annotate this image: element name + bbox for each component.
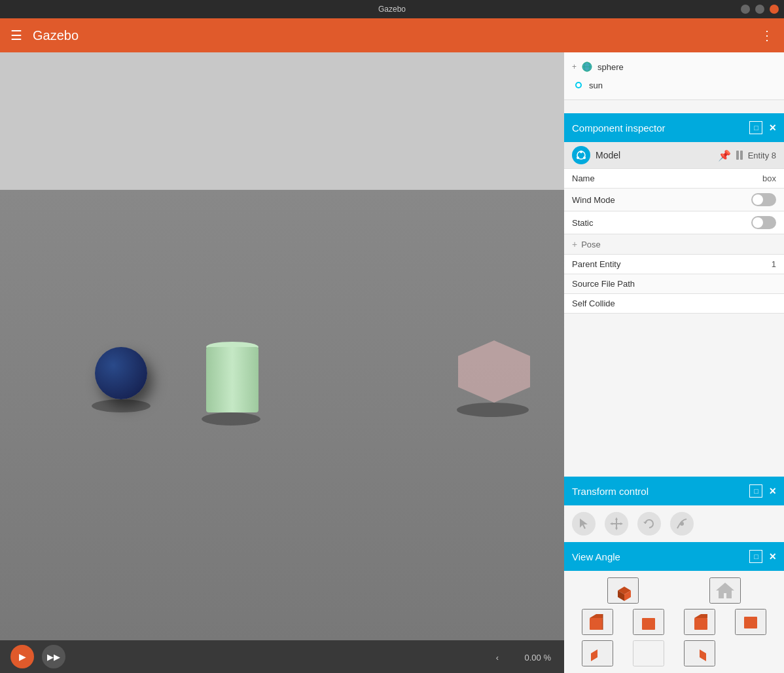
play-button[interactable]: ▶ [10, 645, 34, 668]
wind-mode-toggle[interactable] [751, 193, 776, 206]
view-angle: View Angle □ × [564, 542, 784, 673]
svg-marker-12 [615, 517, 618, 520]
static-toggle-knob [753, 217, 763, 228]
transform-control: Transform control □ × [564, 477, 784, 542]
svg-marker-21 [716, 583, 734, 598]
view-angle-left-button[interactable] [582, 609, 613, 635]
svg-rect-25 [642, 618, 655, 630]
self-collide-row: Self Collide [564, 294, 784, 314]
sun-tree-label: sun [589, 81, 603, 90]
app-header: ☰ Gazebo ⋮ [0, 18, 784, 52]
svg-point-6 [580, 151, 582, 153]
pose-row[interactable]: + Pose [564, 234, 784, 255]
minimize-button[interactable] [741, 5, 750, 14]
view-angle-close-button[interactable]: × [769, 550, 776, 564]
view-angle-center-button[interactable] [633, 640, 664, 666]
svg-point-7 [577, 156, 579, 159]
transform-control-header: Transform control □ × [564, 477, 784, 505]
more-options-button[interactable]: ⋮ [760, 27, 774, 43]
view-angle-top-button[interactable] [735, 609, 766, 635]
transform-control-controls: □ × [749, 484, 776, 498]
svg-rect-26 [694, 618, 707, 630]
view-angle-row-1 [572, 577, 776, 604]
cylinder-object[interactable] [206, 347, 258, 412]
bottom-bar: ▶ ▶▶ ‹ 0.00 % [0, 640, 564, 673]
zoom-percent: 0.00 % [525, 653, 551, 663]
parent-entity-row: Parent Entity 1 [564, 255, 784, 274]
component-inspector-minimize-button[interactable]: □ [749, 121, 762, 134]
sphere-shadow [92, 399, 151, 412]
view-angle-home-button[interactable] [709, 577, 741, 604]
view-angle-body [564, 571, 784, 673]
sphere-object[interactable] [95, 347, 147, 399]
header-left: ☰ Gazebo [10, 27, 79, 43]
view-angle-title: View Angle [572, 551, 620, 562]
close-button[interactable] [770, 5, 779, 14]
ground-area [0, 190, 564, 673]
svg-point-8 [583, 156, 586, 159]
window-title: Gazebo [378, 5, 406, 14]
sphere-tree-label: sphere [597, 62, 624, 72]
wind-mode-row: Wind Mode [564, 189, 784, 211]
static-toggle[interactable] [751, 216, 776, 229]
transform-control-title: Transform control [572, 486, 649, 497]
svg-rect-22 [590, 618, 603, 630]
hexagon-object[interactable] [458, 340, 530, 403]
spacer-1 [564, 100, 784, 113]
self-collide-label: Self Collide [572, 299, 776, 308]
svg-marker-16 [643, 522, 647, 524]
component-inspector-close-button[interactable]: × [769, 121, 776, 135]
view-angle-bottom-right-button[interactable] [684, 640, 715, 666]
pause-button[interactable] [736, 151, 743, 160]
rotate-button[interactable] [637, 512, 661, 536]
select-button[interactable] [572, 512, 596, 536]
name-label: Name [572, 173, 762, 183]
view-angle-bottom-left-button[interactable] [582, 640, 613, 666]
tree-item-sun[interactable]: sun [564, 76, 784, 94]
component-inspector-title: Component inspector [572, 122, 666, 134]
wind-mode-toggle-knob [753, 194, 763, 205]
sky-area [0, 52, 564, 190]
view-angle-minimize-button[interactable]: □ [749, 550, 762, 563]
svg-marker-29 [591, 649, 597, 661]
svg-marker-30 [700, 649, 706, 661]
source-file-path-row: Source File Path [564, 274, 784, 294]
view-angle-perspective-button[interactable] [607, 577, 639, 604]
tree-item-sphere[interactable]: + sphere [564, 58, 784, 76]
hexagon-shadow [457, 403, 529, 417]
view-angle-right-button[interactable] [684, 609, 715, 635]
view-angle-front-button[interactable] [633, 609, 664, 635]
svg-marker-15 [620, 522, 623, 525]
entity-tree: + sphere sun [564, 52, 784, 100]
svg-point-17 [680, 522, 684, 526]
cylinder-shadow [202, 412, 260, 426]
model-icon [572, 146, 590, 164]
name-row: Name box [564, 169, 784, 189]
parent-entity-value: 1 [772, 259, 776, 269]
scroll-indicator: ‹ [496, 653, 499, 663]
model-controls: 📌 Entity 8 [718, 149, 776, 162]
sphere-tree-icon [580, 60, 594, 73]
pose-expand-icon: + [572, 239, 577, 249]
scale-button[interactable] [670, 512, 694, 536]
translate-button[interactable] [605, 512, 628, 536]
hamburger-menu-button[interactable]: ☰ [10, 27, 22, 43]
maximize-button[interactable] [755, 5, 764, 14]
window-controls [741, 5, 779, 14]
fast-forward-button[interactable]: ▶▶ [42, 645, 65, 668]
sun-tree-icon [572, 79, 585, 92]
svg-marker-9 [580, 518, 588, 529]
transform-control-minimize-button[interactable]: □ [749, 484, 762, 498]
svg-marker-14 [610, 522, 613, 525]
name-value: box [762, 173, 776, 183]
right-panel: + sphere sun Component [564, 52, 784, 673]
pose-label: Pose [581, 240, 601, 249]
spacer-2 [564, 314, 784, 477]
static-label: Static [572, 218, 751, 228]
3d-viewport[interactable] [0, 52, 564, 673]
entity-badge: Entity 8 [748, 151, 776, 160]
transform-control-close-button[interactable]: × [769, 484, 776, 498]
svg-rect-28 [744, 617, 757, 628]
pin-button[interactable]: 📌 [718, 149, 731, 162]
svg-marker-13 [615, 528, 618, 530]
